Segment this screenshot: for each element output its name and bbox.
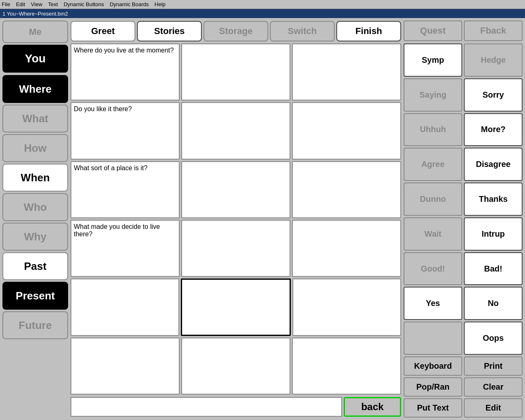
grid-cell-5-0[interactable]	[71, 338, 180, 395]
menu-edit[interactable]: Edit	[16, 1, 25, 7]
rb-keyboard[interactable]: Keyboard	[404, 356, 462, 376]
center-area: Greet Stories Storage Switch Finish Wher…	[71, 21, 401, 418]
grid-cell-3-2[interactable]	[292, 220, 401, 277]
menu-view[interactable]: View	[31, 1, 42, 7]
grid-row: What sort of a place is it?	[71, 161, 401, 218]
rb-print[interactable]: Print	[464, 356, 523, 376]
rg-sorry[interactable]: Sorry	[464, 78, 523, 112]
title-text: 1 You~Where~Present.bm2	[2, 11, 68, 17]
sidebar-item-why[interactable]: Why	[2, 223, 68, 251]
right-bottom: Keyboard Print Pop/Ran Clear Put Text Ed…	[404, 356, 523, 418]
rg-oops[interactable]: Oops	[464, 322, 523, 355]
grid-row: Where do you live at the moment?	[71, 43, 401, 100]
rb-popran[interactable]: Pop/Ran	[404, 377, 462, 397]
right-grid: Symp Hedge Saying Sorry Uhhuh More? Agre…	[404, 43, 523, 355]
grid-cell-0-1[interactable]	[181, 43, 290, 100]
grid-row: Do you like it there?	[71, 102, 401, 159]
grid-cell-3-0[interactable]: What made you decide to live there?	[71, 220, 180, 277]
main-area: Me You Where What How When Who Why Past …	[0, 18, 525, 420]
rg-hedge[interactable]: Hedge	[464, 43, 523, 77]
rp-fback[interactable]: Fback	[464, 21, 523, 41]
sidebar-item-where[interactable]: Where	[2, 75, 68, 103]
rb-puttext[interactable]: Put Text	[404, 398, 462, 418]
sidebar: Me You Where What How When Who Why Past …	[2, 21, 68, 418]
nav-storage[interactable]: Storage	[203, 21, 268, 41]
sidebar-item-who[interactable]: Who	[2, 193, 68, 221]
right-top-nav: Quest Fback	[404, 21, 523, 42]
menubar: File Edit View Text Dynamic Buttons Dyna…	[0, 0, 525, 9]
menu-text[interactable]: Text	[48, 1, 58, 7]
grid-cell-5-2[interactable]	[292, 338, 401, 395]
rg-yes[interactable]: Yes	[404, 287, 462, 320]
grid-cell-1-0[interactable]: Do you like it there?	[71, 102, 180, 159]
sidebar-item-future[interactable]: Future	[2, 311, 68, 339]
grid-cell-4-0[interactable]	[71, 278, 179, 336]
rg-disagree[interactable]: Disagree	[464, 148, 523, 181]
grid-cell-1-2[interactable]	[292, 102, 401, 159]
rg-good[interactable]: Good!	[404, 252, 462, 285]
rg-bad[interactable]: Bad!	[464, 252, 523, 285]
bottom-bar: back	[71, 396, 401, 418]
rg-wait[interactable]: Wait	[404, 217, 462, 251]
grid-cell-2-0[interactable]: What sort of a place is it?	[71, 161, 180, 218]
menu-dynamic-boards[interactable]: Dynamic Boards	[110, 1, 148, 7]
menu-file[interactable]: File	[2, 1, 10, 7]
top-nav: Greet Stories Storage Switch Finish	[71, 21, 401, 42]
rg-symp[interactable]: Symp	[404, 43, 462, 77]
main-grid: Where do you live at the moment? Do you …	[71, 43, 401, 395]
menu-help[interactable]: Help	[155, 1, 166, 7]
nav-switch[interactable]: Switch	[270, 21, 335, 41]
rg-no[interactable]: No	[464, 287, 523, 320]
me-button[interactable]: Me	[2, 21, 68, 43]
grid-cell-4-1[interactable]	[181, 278, 290, 336]
sidebar-item-what[interactable]: What	[2, 105, 68, 132]
rg-dunno[interactable]: Dunno	[404, 183, 462, 216]
nav-finish[interactable]: Finish	[336, 21, 401, 41]
grid-row: What made you decide to live there?	[71, 220, 401, 277]
nav-greet[interactable]: Greet	[71, 21, 135, 41]
sidebar-item-when[interactable]: When	[2, 164, 68, 192]
sidebar-item-past[interactable]: Past	[2, 252, 68, 280]
back-button[interactable]: back	[344, 397, 401, 417]
rg-thanks[interactable]: Thanks	[464, 183, 523, 216]
grid-cell-0-0[interactable]: Where do you live at the moment?	[71, 43, 180, 100]
sidebar-item-how[interactable]: How	[2, 134, 68, 162]
me-you-area: Me You	[2, 21, 68, 73]
rp-quest[interactable]: Quest	[404, 21, 462, 41]
grid-row	[71, 338, 401, 395]
rg-intrup[interactable]: Intrup	[464, 217, 523, 251]
grid-cell-4-2[interactable]	[292, 278, 401, 336]
grid-cell-5-1[interactable]	[181, 338, 290, 395]
titlebar: 1 You~Where~Present.bm2	[0, 9, 525, 18]
rb-clear[interactable]: Clear	[464, 377, 523, 397]
grid-cell-0-2[interactable]	[292, 43, 401, 100]
grid-row	[71, 278, 401, 336]
text-input[interactable]	[71, 397, 342, 417]
rg-more[interactable]: More?	[464, 113, 523, 146]
right-panel: Quest Fback Symp Hedge Saying Sorry Uhhu…	[404, 21, 523, 418]
sidebar-item-present[interactable]: Present	[2, 282, 68, 310]
rg-agree[interactable]: Agree	[404, 148, 462, 181]
grid-cell-2-1[interactable]	[181, 161, 290, 218]
grid-cell-2-2[interactable]	[292, 161, 401, 218]
grid-cell-1-1[interactable]	[181, 102, 290, 159]
grid-cell-3-1[interactable]	[181, 220, 290, 277]
rb-edit[interactable]: Edit	[464, 398, 523, 418]
rg-saying[interactable]: Saying	[404, 78, 462, 112]
you-button[interactable]: You	[2, 45, 68, 73]
rg-empty[interactable]	[404, 322, 462, 355]
menu-dynamic-buttons[interactable]: Dynamic Buttons	[64, 1, 104, 7]
nav-stories[interactable]: Stories	[137, 21, 202, 41]
rg-uhhuh[interactable]: Uhhuh	[404, 113, 462, 146]
